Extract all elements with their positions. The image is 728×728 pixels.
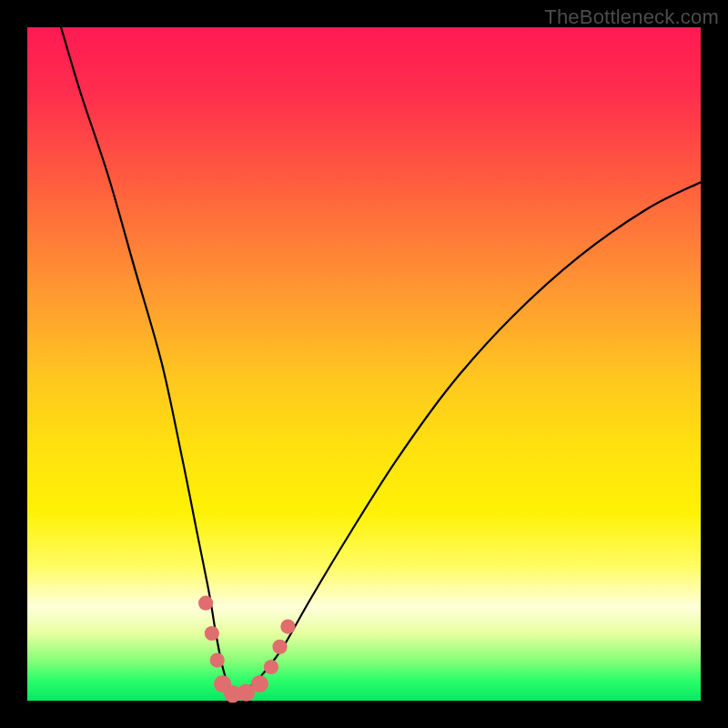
plot-area [27, 27, 701, 701]
marker-dot [198, 596, 213, 611]
chart-frame: TheBottleneck.com [0, 0, 728, 728]
watermark-text: TheBottleneck.com [544, 5, 719, 29]
marker-dot [205, 626, 219, 641]
marker-dot [272, 640, 287, 654]
marker-dot [210, 653, 225, 668]
curve-layer [27, 27, 701, 701]
bottleneck-curve [61, 27, 701, 695]
marker-dot [264, 660, 278, 674]
marker-dot [251, 675, 268, 693]
marker-dot [280, 620, 295, 634]
